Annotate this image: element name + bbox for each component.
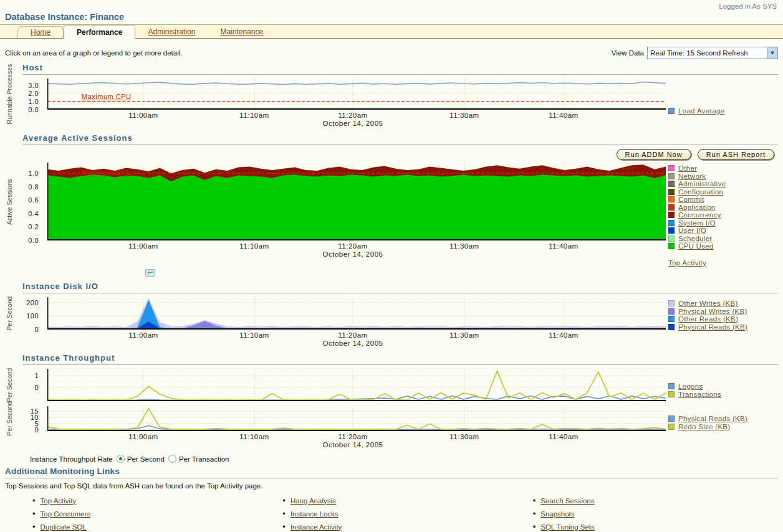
snapshot-icon[interactable]: ↩ [145,269,155,277]
legend-item[interactable]: Transactions [668,391,782,398]
tab-home[interactable]: Home [17,26,64,38]
legend-item[interactable]: Physical Reads (KB) [668,323,782,331]
legend-item[interactable]: Physical Reads (KB) [668,415,782,422]
legend-color-chip [668,196,675,202]
legend-color-chip [668,300,675,306]
view-data-value: Real Time: 15 Second Refresh [648,49,748,57]
legend-item[interactable]: Network [668,173,782,180]
radio-unselected-icon[interactable] [168,455,176,463]
list-item: SQL Tuning Sets [533,522,783,531]
y-tick-label: 1 [34,372,39,379]
tab-maintenance[interactable]: Maintenance [208,25,276,38]
view-data-select[interactable]: Real Time: 15 Second Refresh ▼ [647,47,778,59]
monitoring-link[interactable]: SQL Tuning Sets [540,523,595,531]
monitoring-link[interactable]: Top Consumers [41,510,91,518]
list-item: Top Consumers [32,509,282,518]
page-title: Database Instance: Finance [5,12,783,22]
legend-color-chip [668,212,675,218]
legend-item[interactable]: Application [668,204,782,211]
list-item: Snapshots [533,509,783,518]
y-tick-label: 3.0 [28,82,39,89]
tp1-plot-area[interactable] [47,369,666,401]
y-tick-label: 1.0 [28,98,39,105]
section-title-host: Host [22,63,778,75]
legend-item[interactable]: System I/O [668,219,782,227]
maximum-cpu-label[interactable]: Maximum CPU [82,169,131,176]
host-plot-area[interactable] [47,78,666,110]
legend-item[interactable]: Commit [668,196,782,203]
y-axis-title: Runnable Processes [5,78,14,110]
average-active-sessions-chart[interactable]: Active Sessions 1.00.80.60.40.20.0 Maxim… [0,163,666,268]
legend-item[interactable]: Other Reads (KB) [668,315,782,323]
tab-administration[interactable]: Administration [135,25,208,38]
legend-color-chip [668,424,675,430]
monitoring-link[interactable]: Duplicate SQL [41,523,87,531]
throughput-redo-chart[interactable]: Per Second 151050 11:00am11:10am11:20amO… [0,406,666,451]
legend-item[interactable]: CPU Used [668,242,782,250]
y-tick-label: 0.8 [28,183,39,191]
list-item: Duplicate SQL [32,522,282,531]
view-data-label: View Data [612,49,644,57]
monitoring-note: Top Sessions and Top SQL data from ASH c… [5,482,783,490]
tp2-plot-area[interactable] [47,406,666,431]
legend-item[interactable]: Other [668,164,782,172]
legend-item[interactable]: Redo Size (KB) [668,423,782,430]
section-title-links: Additional Monitoring Links [5,467,778,478]
legend-item[interactable]: Logons [668,382,782,390]
disk-legend: Other Writes (KB)Physical Writes (KB)Oth… [666,297,782,349]
disk-plot-area[interactable] [47,297,666,330]
y-tick-label: 100 [26,312,39,320]
legend-item[interactable]: Concurrency [668,211,782,219]
monitoring-link[interactable]: Instance Activity [291,523,342,531]
legend-item[interactable]: Scheduler [668,235,782,242]
legend-color-chip [668,108,675,114]
per-transaction-radio[interactable]: Per Transaction [168,455,229,463]
legend-item[interactable]: Configuration [668,188,782,196]
monitoring-link[interactable]: Snapshots [540,510,574,518]
aas-plot-area[interactable] [47,163,666,240]
host-chart[interactable]: Runnable Processes 3.02.01.00.0 Maximum … [0,78,666,130]
radio-selected-icon[interactable] [117,455,125,463]
y-tick-label: 2.0 [28,90,39,97]
tab-performance[interactable]: Performance [64,26,135,39]
x-axis-labels: 11:00am11:10am11:20amOctober 14, 200511:… [5,431,666,451]
y-axis-title: Active Sessions [5,163,14,240]
legend-color-chip [668,181,675,187]
legend-color-chip [668,227,675,234]
legend-color-chip [668,173,675,179]
monitoring-link[interactable]: Hang Analysis [291,497,336,505]
instance-disk-io-chart[interactable]: Per Second 2001000 11:00am11:10am11:20am… [0,297,666,349]
chevron-down-icon[interactable]: ▼ [767,47,777,59]
run-ash-button[interactable]: Run ASH Report [698,149,774,160]
monitoring-link[interactable]: Search Sessions [540,497,594,505]
monitoring-link[interactable]: Top Activity [41,497,77,505]
x-axis-labels: 11:00am11:10am11:20amOctober 14, 200511:… [5,240,666,260]
legend-item[interactable]: Other Writes (KB) [668,300,782,307]
list-item: Instance Activity [282,522,532,531]
legend-color-chip [668,324,675,330]
tab-bar: Home Performance Administration Maintena… [0,24,783,39]
y-tick-label: 1.0 [28,169,39,177]
legend-color-chip [668,391,675,397]
legend-item[interactable]: User I/O [668,227,782,234]
monitoring-link[interactable]: Instance Locks [291,510,339,518]
legend-color-chip [668,189,675,195]
tp2-legend: Physical Reads (KB)Redo Size (KB) [666,406,782,451]
legend-item[interactable]: Load Average [668,107,782,115]
top-activity-link[interactable]: Top Activity [668,259,706,267]
run-addm-button[interactable]: Run ADDM Now [617,149,691,160]
instruction-text: Click on an area of a graph or legend to… [5,49,182,57]
maximum-cpu-label[interactable]: Maximum CPU [82,93,131,100]
y-tick-label: 0.6 [28,196,39,204]
legend-item[interactable]: Physical Writes (KB) [668,308,782,315]
aas-legend: OtherNetworkAdministrativeConfigurationC… [666,163,782,268]
section-title-disk: Instance Disk I/O [22,282,778,293]
throughput-logons-chart[interactable]: Per Second 10 [0,369,666,406]
list-item: Top Activity [32,496,282,505]
legend-color-chip [668,416,675,422]
monitoring-links: Top ActivityTop ConsumersDuplicate SQLBl… [32,496,783,532]
tp1-legend: LogonsTransactions [666,369,782,406]
legend-item[interactable]: Administrative [668,180,782,188]
y-tick-label: 0.2 [28,223,39,230]
per-second-radio[interactable]: Per Second [117,455,165,463]
